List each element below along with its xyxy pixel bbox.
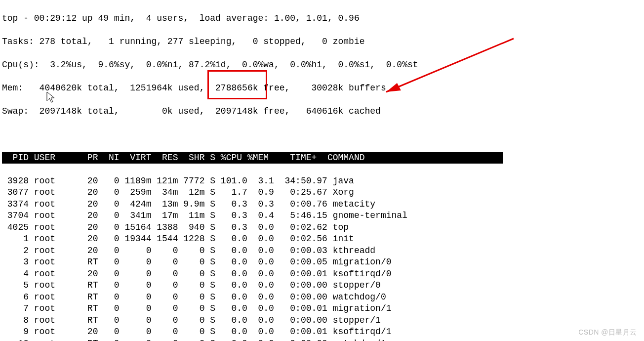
process-row: 2 root 20 0 0 0 0 S 0.0 0.0 0:00.03 kthr… xyxy=(2,245,644,257)
process-row: 4025 root 20 0 15164 1388 940 S 0.3 0.0 … xyxy=(2,222,644,234)
process-row: 5 root RT 0 0 0 0 S 0.0 0.0 0:00.00 stop… xyxy=(2,280,644,292)
process-row: 3 root RT 0 0 0 0 S 0.0 0.0 0:00.05 migr… xyxy=(2,256,644,268)
process-row: 7 root RT 0 0 0 0 S 0.0 0.0 0:00.01 migr… xyxy=(2,303,644,315)
watermark-text: CSDN @日星月云 xyxy=(578,328,637,337)
process-row: 9 root 20 0 0 0 0 S 0.0 0.0 0:00.01 ksof… xyxy=(2,326,644,338)
summary-line-mem: Mem: 4040620k total, 1251964k used, 2788… xyxy=(2,83,644,94)
summary-line-cpu: Cpu(s): 3.2%us, 9.6%sy, 0.0%ni, 87.2%id,… xyxy=(2,59,644,71)
process-row: 3374 root 20 0 424m 13m 9.9m S 0.3 0.3 0… xyxy=(2,199,644,211)
process-row: 4 root 20 0 0 0 0 S 0.0 0.0 0:00.01 ksof… xyxy=(2,268,644,280)
process-table-header: PID USER PR NI VIRT RES SHR S %CPU %MEM … xyxy=(2,152,503,164)
terminal-output: top - 00:29:12 up 49 min, 4 users, load … xyxy=(0,0,644,341)
process-row: 3704 root 20 0 341m 17m 11m S 0.3 0.4 5:… xyxy=(2,210,644,222)
process-table-body: 3928 root 20 0 1189m 121m 7772 S 101.0 3… xyxy=(2,175,644,341)
process-row: 3928 root 20 0 1189m 121m 7772 S 101.0 3… xyxy=(2,175,644,187)
process-row: 3077 root 20 0 259m 34m 12m S 1.7 0.9 0:… xyxy=(2,187,644,199)
blank-line xyxy=(2,129,644,141)
summary-line-uptime: top - 00:29:12 up 49 min, 4 users, load … xyxy=(2,13,644,25)
process-row: 1 root 20 0 19344 1544 1228 S 0.0 0.0 0:… xyxy=(2,233,644,245)
summary-line-swap: Swap: 2097148k total, 0k used, 2097148k … xyxy=(2,106,644,118)
process-row: 6 root RT 0 0 0 0 S 0.0 0.0 0:00.00 watc… xyxy=(2,292,644,303)
summary-line-tasks: Tasks: 278 total, 1 running, 277 sleepin… xyxy=(2,36,644,48)
process-row: 8 root RT 0 0 0 0 S 0.0 0.0 0:00.00 stop… xyxy=(2,315,644,327)
process-row: 10 root RT 0 0 0 0 S 0.0 0.0 0:00.00 wat… xyxy=(2,338,644,341)
